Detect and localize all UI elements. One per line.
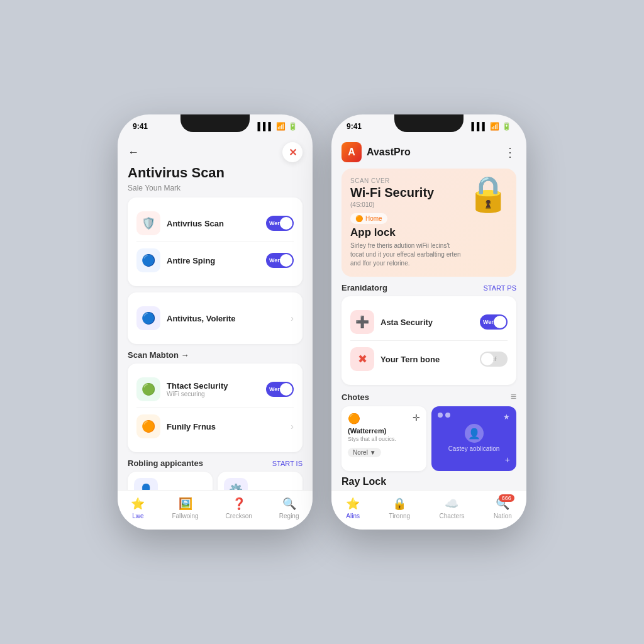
list-item-funily[interactable]: 🟠 Funily Frnus › bbox=[136, 408, 294, 445]
section-row-3: Robling appicantes START IS bbox=[128, 458, 303, 468]
nav-alins[interactable]: ⭐ Alins bbox=[346, 497, 360, 519]
thtact-icon: 🟢 bbox=[136, 377, 160, 401]
phones-container: 9:41 ▌▌▌ 📶 🔋 ← ✕ Antivirus Scan Sale You… bbox=[0, 89, 644, 555]
chacters-icon: ☁️ bbox=[445, 497, 458, 511]
watterrem-card[interactable]: 🟠 ✛ (Watterrem) Stys that all oucics. No… bbox=[341, 406, 426, 471]
app-name: AvastPro bbox=[367, 147, 504, 158]
norel-dropdown[interactable]: Norel ▼ bbox=[348, 446, 420, 457]
home-dot: 🟠 bbox=[355, 215, 363, 222]
antivirus-toggle[interactable]: Wert bbox=[266, 216, 294, 231]
nav-reging-label: Reging bbox=[279, 513, 299, 519]
antivius-icon: 👤 bbox=[134, 478, 158, 490]
watterrem-header: 🟠 ✛ bbox=[348, 413, 420, 425]
nav-live-label: Lwe bbox=[132, 513, 143, 519]
toggle-knob bbox=[280, 217, 292, 230]
antire-icon: 🔵 bbox=[136, 248, 160, 272]
your-tern-toggle[interactable]: Munf bbox=[480, 352, 508, 367]
nav-chacters-label: Chacters bbox=[439, 513, 464, 519]
dot1 bbox=[438, 413, 443, 418]
alins-icon: ⭐ bbox=[346, 497, 360, 511]
toggle-knob-asta bbox=[494, 316, 506, 328]
watterrem-title: (Watterrem) bbox=[348, 427, 420, 435]
list-item-asta: ➕ Asta Security Wert bbox=[350, 304, 508, 341]
mini-grid: 🟠 ✛ (Watterrem) Stys that all oucics. No… bbox=[341, 406, 516, 471]
castey-star: ★ bbox=[503, 413, 510, 421]
back-button[interactable]: ← bbox=[128, 146, 139, 159]
left-bottom-nav: ⭐ Lwe 🖼️ Fallwoing ❓ Creckson 🔍 Reging bbox=[118, 490, 313, 530]
hero-card: Scan Cver Wi-Fi Security (4S:010) 🟠 Home… bbox=[341, 169, 516, 277]
castey-add[interactable]: + bbox=[438, 455, 510, 465]
castey-card[interactable]: ★ 👤 Castey aoblication + bbox=[431, 406, 516, 471]
antivirus-icon: 🛡️ bbox=[136, 211, 160, 235]
live-icon: ⭐ bbox=[131, 497, 145, 511]
nav-alins-label: Alins bbox=[346, 513, 360, 519]
more-button[interactable]: ⋮ bbox=[504, 146, 516, 158]
chotes-icon: ≡ bbox=[511, 391, 516, 402]
your-tern-label: Your Tern bone bbox=[380, 355, 480, 364]
watterrem-icon: 🟠 bbox=[348, 413, 360, 425]
hero-badge: 🟠 Home bbox=[350, 213, 387, 224]
right-header: A AvastPro ⋮ bbox=[341, 142, 516, 162]
nav-nation[interactable]: 🔍 Nation 666 bbox=[494, 497, 512, 519]
close-button[interactable]: ✕ bbox=[282, 142, 303, 162]
toggle-knob-tern bbox=[481, 353, 494, 365]
nation-badge: 666 bbox=[499, 494, 514, 502]
funily-label: Funily Frnus bbox=[167, 422, 291, 431]
watterrem-plus: ✛ bbox=[413, 413, 420, 425]
castey-title: Castey aoblication bbox=[438, 445, 510, 452]
nav-creckson-label: Creckson bbox=[226, 513, 252, 519]
nav-creckson[interactable]: ❓ Creckson bbox=[226, 497, 252, 519]
section-action-3[interactable]: START IS bbox=[272, 460, 303, 467]
thtact-toggle[interactable]: Wert bbox=[266, 382, 294, 397]
nav-live[interactable]: ⭐ Lwe bbox=[131, 497, 145, 519]
nav-chacters[interactable]: ☁️ Chacters bbox=[439, 497, 464, 519]
items-card-1: 🛡️ Antivrius Scan Wert 🔵 Antire Sping We… bbox=[128, 197, 303, 286]
norel-label: Norel ▼ bbox=[348, 448, 381, 457]
nav-tironng[interactable]: 🔒 Tironng bbox=[389, 497, 411, 519]
asta-toggle[interactable]: Wert bbox=[480, 314, 508, 330]
sub-item-antivius[interactable]: 👤 Antivius Mieli: WiFi Les bbox=[128, 472, 213, 490]
nav-falling-label: Fallwoing bbox=[172, 513, 198, 519]
apds-icon: ⚙️ bbox=[224, 478, 248, 490]
dot2 bbox=[445, 413, 450, 418]
list-item-your-tern: ✖ Your Tern bone Munf bbox=[350, 341, 508, 377]
antire-toggle[interactable]: Wert bbox=[266, 253, 294, 268]
castey-title-wrap: Castey aoblication bbox=[438, 445, 510, 452]
eranidation-action[interactable]: START PS bbox=[483, 284, 516, 292]
reging-icon: 🔍 bbox=[282, 497, 296, 511]
funily-icon: 🟠 bbox=[136, 414, 160, 438]
nav-falling[interactable]: 🖼️ Fallwoing bbox=[172, 497, 198, 519]
list-item-thtact: 🟢 Thtact Seclurity WiFi securing Wert bbox=[136, 371, 294, 408]
nav-reging[interactable]: 🔍 Reging bbox=[279, 497, 299, 519]
raylock-label: Ray Lock bbox=[341, 476, 386, 487]
right-phone: 9:41 ▌▌▌ 📶 🔋 A AvastPro ⋮ Scan Cver Wi-F… bbox=[331, 114, 526, 530]
antire-label: Antire Sping bbox=[167, 256, 266, 265]
castey-avatar: 👤 bbox=[438, 424, 510, 443]
creckson-icon: ❓ bbox=[232, 497, 246, 511]
asta-label: Asta Security bbox=[380, 318, 480, 327]
eranidation-header: Eranidatorg START PS bbox=[341, 283, 516, 292]
list-item-antivitus[interactable]: 🔵 Antivitus, Volerite › bbox=[136, 300, 294, 336]
left-header: ← ✕ bbox=[128, 142, 303, 162]
items-card-3: 🟢 Thtact Seclurity WiFi securing Wert 🟠 … bbox=[128, 364, 303, 452]
list-item-antire: 🔵 Antire Sping Wert bbox=[136, 242, 294, 279]
right-screen-content: A AvastPro ⋮ Scan Cver Wi-Fi Security (4… bbox=[331, 135, 526, 490]
left-screen-content: ← ✕ Antivirus Scan Sale Youn Mark 🛡️ Ant… bbox=[118, 135, 313, 490]
toggle-knob-2 bbox=[280, 254, 292, 267]
raylock-wrap: Ray Lock bbox=[341, 476, 516, 487]
eranidation-card: ➕ Asta Security Wert ✖ Your Tern bone Mu… bbox=[341, 296, 516, 385]
antivitus-icon: 🔵 bbox=[136, 306, 160, 330]
hero-desc: Sirley fre theris adution wiFii lecins't… bbox=[350, 242, 464, 268]
list-item-antivirus: 🛡️ Antivrius Scan Wert bbox=[136, 205, 294, 242]
signal-icon-r: ▌▌▌ bbox=[471, 122, 487, 131]
antivirus-label: Antivrius Scan bbox=[167, 219, 266, 228]
right-notch bbox=[394, 114, 464, 132]
falling-icon: 🖼️ bbox=[179, 497, 192, 511]
chevron-icon-2: › bbox=[291, 421, 294, 431]
lock-hero-icon: 🔒 bbox=[467, 174, 510, 214]
your-tern-icon: ✖ bbox=[350, 347, 374, 371]
section-label-1: Sale Youn Mark bbox=[128, 184, 303, 192]
chotes-header: Chotes ≡ bbox=[341, 391, 516, 402]
sub-item-apds[interactable]: ⚙️ Apds HD PC + Wifi pop,notes bbox=[218, 472, 303, 490]
section-title-3: Robling appicantes bbox=[128, 458, 203, 468]
